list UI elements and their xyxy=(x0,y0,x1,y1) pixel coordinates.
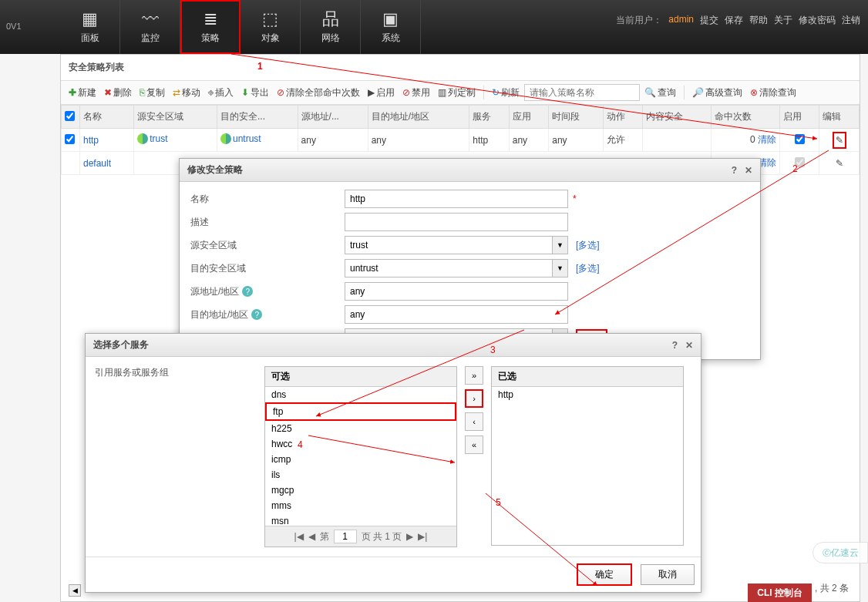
move-left-button[interactable]: ‹ xyxy=(465,412,483,431)
list-body[interactable]: http xyxy=(492,387,683,545)
list-item[interactable]: msn xyxy=(265,513,456,526)
table-row[interactable]: http trust untrust any any http any any … xyxy=(62,129,860,152)
desc-field[interactable] xyxy=(345,213,568,231)
name-field[interactable] xyxy=(345,190,568,208)
col-hits[interactable]: 命中次数 xyxy=(711,106,779,129)
multi-select-link[interactable]: [多选] xyxy=(576,262,600,275)
col-src-addr[interactable]: 源地址/... xyxy=(298,106,368,129)
row-checkbox[interactable] xyxy=(65,134,75,144)
clear-search-icon: ⊗ xyxy=(750,87,758,98)
link-change-pwd[interactable]: 修改密码 xyxy=(799,14,836,27)
list-item[interactable]: ftp xyxy=(265,402,456,421)
insert-button[interactable]: ⎆插入 xyxy=(205,85,237,101)
dst-zone-select[interactable]: untrust▼ xyxy=(345,259,568,277)
help-icon[interactable]: ? xyxy=(672,340,678,351)
cell-src-zone: trust xyxy=(137,133,167,144)
link-help[interactable]: 帮助 xyxy=(749,14,768,27)
col-src-zone[interactable]: 源安全区域 xyxy=(134,106,217,129)
edit-button[interactable]: ✎ xyxy=(833,132,846,149)
col-dst-zone[interactable]: 目的安全... xyxy=(217,106,298,129)
enable-button[interactable]: ▶启用 xyxy=(365,85,398,101)
dst-addr-field[interactable] xyxy=(345,305,568,324)
col-action[interactable]: 动作 xyxy=(603,106,643,129)
list-body[interactable]: dns ftp h225 hwcc icmp ils mgcp mms msn xyxy=(265,387,456,526)
list-item[interactable]: hwcc xyxy=(265,436,456,452)
close-icon[interactable]: ✕ xyxy=(745,165,752,176)
nav-tab-object[interactable]: ⬚ 对象 xyxy=(241,0,301,54)
search-input[interactable] xyxy=(524,84,640,101)
col-time[interactable]: 时间段 xyxy=(549,106,603,129)
select-services-dialog: 选择多个服务 ?✕ 引用服务或服务组 可选 dns ftp h225 hwcc … xyxy=(85,333,701,593)
select-all-checkbox[interactable] xyxy=(65,111,75,121)
multi-select-link[interactable]: [多选] xyxy=(576,239,600,252)
enable-checkbox[interactable] xyxy=(795,134,805,144)
next-page-icon[interactable]: ▶ xyxy=(406,531,413,542)
cli-console-button[interactable]: CLI 控制台 xyxy=(748,584,812,602)
move-all-right-button[interactable]: » xyxy=(465,366,483,385)
first-page-icon[interactable]: |◀ xyxy=(294,531,304,542)
clear-hits-link[interactable]: 清除 xyxy=(758,134,776,145)
list-item[interactable]: mgcp xyxy=(265,483,456,498)
link-logout[interactable]: 注销 xyxy=(842,14,860,27)
col-content[interactable]: 内容安全 xyxy=(643,106,712,129)
ok-button[interactable]: 确定 xyxy=(577,563,632,586)
nav-tab-network[interactable]: 品 网络 xyxy=(301,0,361,54)
src-zone-select[interactable]: trust▼ xyxy=(345,236,568,254)
clear-search-button[interactable]: ⊗清除查询 xyxy=(747,85,799,101)
nav-tab-monitor[interactable]: 〰 监控 xyxy=(120,0,180,54)
col-dst-addr[interactable]: 目的地址/地区 xyxy=(368,106,469,129)
search-button[interactable]: 🔍查询 xyxy=(641,85,679,101)
move-right-button[interactable]: › xyxy=(465,389,483,408)
help-icon[interactable]: ? xyxy=(242,286,253,297)
list-item[interactable]: ils xyxy=(265,467,456,483)
page-input[interactable] xyxy=(334,530,357,543)
delete-button[interactable]: ✖删除 xyxy=(101,85,135,101)
watermark: ⓒ 亿速云 xyxy=(812,542,868,563)
cell-name[interactable]: http xyxy=(80,129,134,152)
col-name[interactable]: 名称 xyxy=(80,106,134,129)
col-svc[interactable]: 服务 xyxy=(469,106,510,129)
link-submit[interactable]: 提交 xyxy=(700,14,718,27)
nav-tab-system[interactable]: ▣ 系统 xyxy=(361,0,421,54)
refresh-button[interactable]: ↻刷新 xyxy=(489,85,523,101)
move-all-left-button[interactable]: « xyxy=(465,436,483,454)
col-enable[interactable]: 启用 xyxy=(779,106,819,129)
dialog-title-bar[interactable]: 选择多个服务 ?✕ xyxy=(86,334,701,357)
move-button[interactable]: ⇄移动 xyxy=(170,85,204,101)
enable-checkbox xyxy=(795,157,805,167)
close-icon[interactable]: ✕ xyxy=(685,340,693,351)
link-save[interactable]: 保存 xyxy=(725,14,743,27)
columns-button[interactable]: ▥列定制 xyxy=(435,85,479,101)
list-item[interactable]: http xyxy=(492,387,683,402)
link-about[interactable]: 关于 xyxy=(774,14,792,27)
dialog-title-bar[interactable]: 修改安全策略 ?✕ xyxy=(180,159,760,182)
list-item[interactable]: mms xyxy=(265,498,456,513)
cell-name[interactable]: default xyxy=(80,152,134,175)
divider xyxy=(684,86,685,99)
edit-button[interactable]: ✎ xyxy=(836,158,843,169)
list-item[interactable]: h225 xyxy=(265,421,456,436)
current-user: admin xyxy=(668,14,694,27)
nav-tab-dashboard[interactable]: ▦ 面板 xyxy=(60,0,120,54)
list-item[interactable]: dns xyxy=(265,387,456,402)
scroll-left-button[interactable]: ◀ xyxy=(69,584,81,597)
new-button[interactable]: ✚新建 xyxy=(66,85,99,101)
disable-button[interactable]: ⊘禁用 xyxy=(399,85,433,101)
nav-tab-policy[interactable]: ≣ 策略 xyxy=(180,0,241,54)
adv-search-button[interactable]: 🔎高级查询 xyxy=(689,85,745,101)
col-app[interactable]: 应用 xyxy=(509,106,549,129)
src-addr-field[interactable] xyxy=(345,282,568,301)
last-page-icon[interactable]: ▶| xyxy=(418,531,427,542)
prev-page-icon[interactable]: ◀ xyxy=(308,531,315,542)
help-icon[interactable]: ? xyxy=(732,165,737,176)
nav-label: 系统 xyxy=(382,32,400,45)
clear-hits-button[interactable]: ⊘清除全部命中次数 xyxy=(274,85,363,101)
src-zone-label: 源安全区域 xyxy=(190,239,345,252)
copy-button[interactable]: ⎘复制 xyxy=(136,85,168,101)
export-button[interactable]: ⬇导出 xyxy=(238,85,272,101)
list-item[interactable]: icmp xyxy=(265,452,456,467)
help-icon[interactable]: ? xyxy=(251,309,262,320)
col-edit[interactable]: 编辑 xyxy=(819,106,860,129)
cancel-button[interactable]: 取消 xyxy=(641,564,695,585)
available-header: 可选 xyxy=(265,367,456,387)
